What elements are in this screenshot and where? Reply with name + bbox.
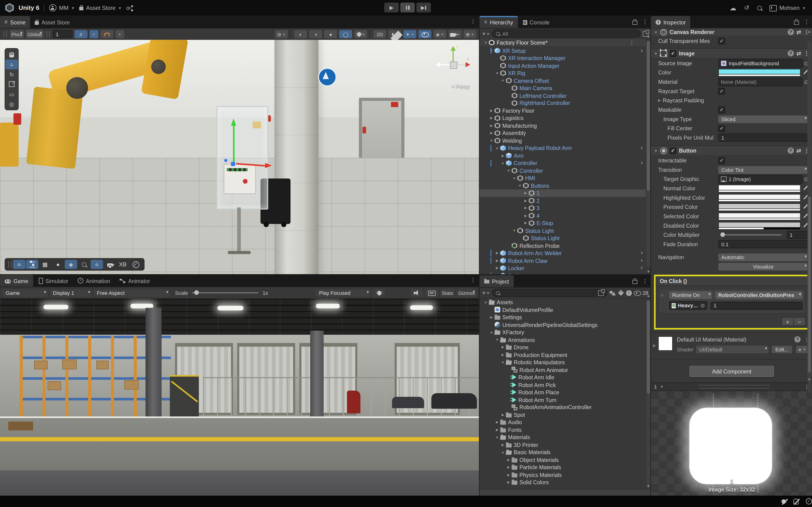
grid-snap-dropdown[interactable]: ▼ bbox=[89, 30, 98, 38]
gizmos-dropdown[interactable]: Gizmos bbox=[457, 289, 476, 297]
expand-arrow-icon[interactable] bbox=[506, 458, 511, 462]
open-prefab-chevron[interactable]: › bbox=[641, 257, 643, 263]
history-icon[interactable]: ↺ bbox=[744, 5, 749, 11]
hierarchy-row[interactable]: Heavy Payload Robot Arm › ⋮ bbox=[479, 144, 646, 152]
pivot-dropdown[interactable]: Pivot bbox=[10, 30, 24, 38]
project-row[interactable]: 3D Printer bbox=[479, 441, 646, 449]
expand-arrow-icon[interactable] bbox=[495, 251, 500, 256]
layout-user-menu[interactable]: Mohsen ▼ bbox=[769, 4, 806, 11]
hierarchy-row[interactable]: Buttons › ⋮ bbox=[479, 182, 646, 189]
expand-arrow-icon[interactable] bbox=[495, 266, 500, 270]
scroll-up-icon[interactable]: ▲ bbox=[807, 30, 811, 33]
debug-bug-dropdown[interactable]: ▼ bbox=[354, 30, 367, 38]
project-row[interactable]: XFactory bbox=[479, 329, 646, 336]
transition-dropdown[interactable]: Color Tint bbox=[718, 166, 808, 173]
raycast-padding-row[interactable]: ▶ Raycast Padding bbox=[651, 96, 812, 105]
expand-arrow-icon[interactable] bbox=[517, 184, 522, 187]
hierarchy-row[interactable]: XR Interaction Manager › ⋮ bbox=[479, 54, 646, 62]
move-gizmo-x-arrowhead[interactable] bbox=[265, 163, 272, 168]
hierarchy-row[interactable]: HMI › ⋮ bbox=[479, 174, 646, 182]
expand-arrow-icon[interactable] bbox=[483, 41, 488, 44]
project-row[interactable]: Animations bbox=[479, 336, 646, 344]
status-ok-icon[interactable]: ✓ bbox=[806, 498, 812, 504]
scrollbar-thumb[interactable] bbox=[647, 41, 650, 191]
expand-arrow-icon[interactable] bbox=[500, 154, 505, 158]
lock-icon[interactable] bbox=[794, 21, 799, 25]
project-row[interactable]: Audio bbox=[479, 418, 646, 426]
visibility-counter[interactable]: 28 bbox=[634, 290, 649, 296]
project-row[interactable]: Robotic Manipulators bbox=[479, 358, 646, 366]
cull-transparent-checkbox[interactable] bbox=[718, 38, 725, 44]
filter-by-type-icon[interactable] bbox=[609, 290, 616, 295]
orientation-dropdown[interactable]: Global bbox=[26, 30, 43, 38]
help-icon[interactable]: ? bbox=[794, 336, 801, 342]
unresolved-icon[interactable]: ! bbox=[626, 290, 631, 295]
hierarchy-row[interactable]: RightHand Controller › ⋮ bbox=[479, 99, 646, 107]
runtime-mode-dropdown[interactable]: Runtime On bbox=[669, 291, 712, 299]
component-enabled-checkbox[interactable] bbox=[670, 147, 676, 154]
visualize-button[interactable]: Visualize bbox=[718, 263, 808, 270]
hierarchy-row[interactable]: XR Setup › ⋮ bbox=[479, 47, 646, 54]
hierarchy-row[interactable]: Manufacturing › ⋮ bbox=[479, 122, 646, 129]
gizmo-y-cone[interactable] bbox=[451, 46, 456, 51]
camera-options-dropdown[interactable]: ⊘▼ bbox=[275, 30, 288, 38]
material-preview-swatch[interactable] bbox=[658, 336, 673, 351]
event-argument-field[interactable]: 1 bbox=[711, 301, 803, 309]
expand-arrow-icon[interactable] bbox=[500, 413, 505, 417]
help-icon[interactable]: ? bbox=[788, 148, 794, 154]
color-swatch[interactable] bbox=[718, 194, 801, 202]
method-dropdown[interactable]: RobotController.OnButtonPres bbox=[715, 291, 803, 299]
hierarchy-row[interactable]: LeftHand Controller › ⋮ bbox=[479, 92, 646, 99]
scroll-down-icon[interactable]: ▼ bbox=[647, 484, 650, 488]
expand-arrow-icon[interactable] bbox=[489, 108, 494, 113]
edit-shader-button[interactable]: Edit... bbox=[771, 345, 793, 354]
view-hand-tool[interactable] bbox=[5, 50, 18, 60]
scale-tool[interactable] bbox=[5, 79, 18, 89]
open-prefab-chevron[interactable]: › bbox=[641, 47, 643, 53]
aspect-dropdown[interactable]: Free Aspect bbox=[94, 289, 170, 297]
expand-arrow-icon[interactable] bbox=[495, 420, 500, 425]
hierarchy-row[interactable]: Locker › ⋮ bbox=[479, 264, 646, 272]
presets-icon[interactable]: ⇄ bbox=[796, 50, 801, 57]
scene-visibility-button[interactable] bbox=[418, 30, 432, 38]
expand-arrow-icon[interactable] bbox=[506, 480, 511, 485]
expand-arrow-icon[interactable] bbox=[500, 345, 505, 349]
project-row[interactable]: Assets bbox=[479, 298, 646, 306]
expand-arrow-icon[interactable] bbox=[500, 360, 505, 364]
expand-arrow-icon[interactable] bbox=[506, 473, 511, 477]
scale-slider-knob[interactable] bbox=[194, 290, 199, 295]
hierarchy-row[interactable]: Arm › ⋮ bbox=[479, 152, 646, 159]
open-prefab-chevron[interactable]: › bbox=[641, 159, 643, 165]
asset-store-menu[interactable]: Asset Store ▼ bbox=[80, 5, 122, 11]
expand-arrow-icon[interactable] bbox=[523, 214, 528, 218]
render-target-dropdown[interactable]: Game bbox=[3, 289, 48, 297]
pause-button[interactable] bbox=[400, 3, 415, 12]
expand-arrow-icon[interactable] bbox=[495, 428, 500, 432]
search-icon[interactable] bbox=[757, 5, 762, 10]
drag-handle[interactable] bbox=[46, 31, 49, 37]
gizmos-dropdown[interactable]: ⊕▼ bbox=[464, 30, 476, 38]
drag-handle[interactable] bbox=[8, 261, 11, 267]
move-gizmo-origin[interactable] bbox=[231, 162, 235, 166]
metrics-button[interactable] bbox=[425, 289, 438, 297]
ppu-field[interactable]: 1 bbox=[718, 133, 808, 142]
canvas-renderer-header[interactable]: ▼ Canvas Renderer ? ⇄ ⋮ bbox=[651, 28, 812, 36]
hierarchy-row[interactable]: Welding › ⋮ bbox=[479, 137, 646, 144]
gizmo-lock-icon[interactable] bbox=[466, 42, 472, 47]
expand-arrow-icon[interactable] bbox=[483, 300, 488, 304]
project-row[interactable]: Robot Arm Animator bbox=[479, 366, 646, 374]
shaded-view-button[interactable]: ● bbox=[52, 260, 64, 269]
drag-handle[interactable] bbox=[4, 31, 7, 37]
panel-menu-icon[interactable]: ⋮ bbox=[642, 19, 648, 24]
expand-arrow-icon[interactable] bbox=[489, 139, 494, 142]
expand-arrow-icon[interactable] bbox=[500, 161, 505, 165]
hierarchy-row[interactable]: Assembly › ⋮ bbox=[479, 129, 646, 137]
account-menu[interactable]: MM ▼ bbox=[49, 4, 75, 11]
hierarchy-row[interactable]: XR Rig › ⋮ bbox=[479, 69, 646, 77]
filter-by-label-icon[interactable] bbox=[618, 290, 624, 296]
expand-arrow-icon[interactable] bbox=[506, 465, 511, 469]
target-graphic-field[interactable]: 1 (Image) bbox=[718, 175, 802, 183]
move-gizmo-plane-handle[interactable] bbox=[224, 159, 227, 162]
gizmo-center-cube[interactable] bbox=[450, 61, 457, 69]
scroll-down-icon[interactable]: ▼ bbox=[647, 270, 650, 273]
